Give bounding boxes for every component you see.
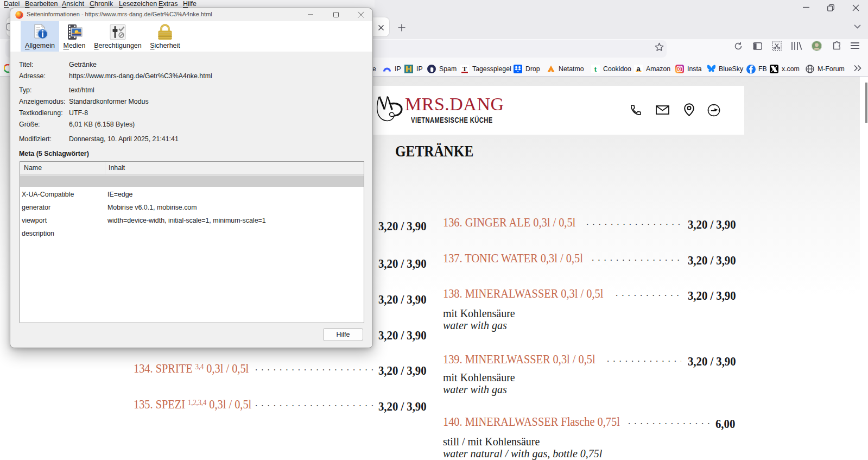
svg-text:T: T <box>462 65 467 72</box>
svg-text:t: t <box>594 65 597 73</box>
